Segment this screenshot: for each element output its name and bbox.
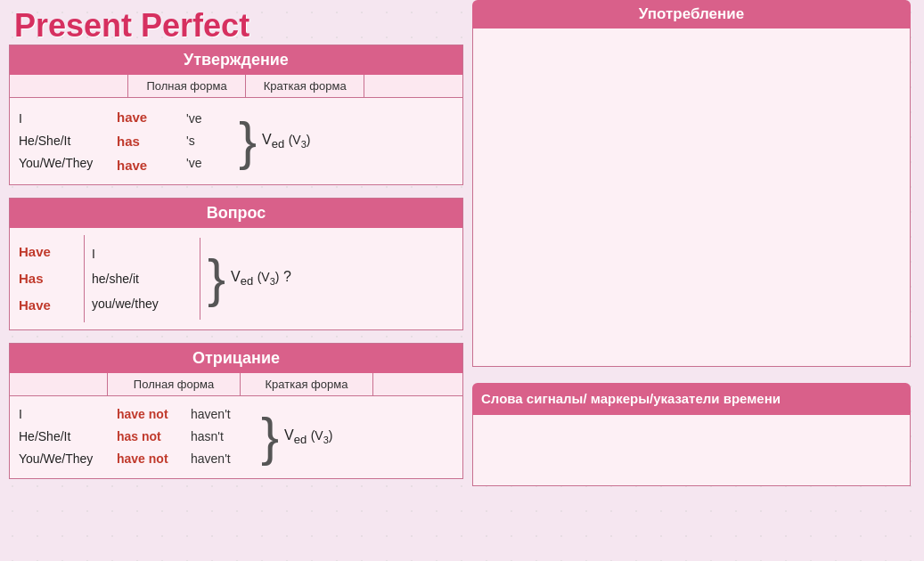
subject-youwethey: You/We/They xyxy=(19,152,111,175)
signal-body xyxy=(472,415,911,486)
usage-body xyxy=(472,28,911,367)
affirmative-full-forms: have has have xyxy=(111,105,183,177)
q-subject-i: I xyxy=(92,241,192,266)
neg-full-hasnot: has not xyxy=(117,426,187,448)
negation-subheader: Полная форма Краткая форма xyxy=(10,373,462,396)
neg-short-form-col-header: Краткая форма xyxy=(241,373,373,395)
neg-short-havent: haven't xyxy=(191,403,254,426)
affirmative-formula: } Ved (V3) xyxy=(239,115,310,168)
neg-subject-youwethey: You/We/They xyxy=(19,448,111,470)
neg-short-havent2: haven't xyxy=(191,448,254,470)
formula-col-header xyxy=(364,75,462,97)
neg-full-havenot2: have not xyxy=(117,448,187,470)
neg-subject-col-header xyxy=(10,373,108,395)
subject-hesheit: He/She/It xyxy=(19,130,111,152)
aux-have2: Have xyxy=(19,292,78,319)
neg-short-hasnt: hasn't xyxy=(191,426,254,448)
neg-bracket: } xyxy=(261,411,279,464)
signal-words-section: Слова сигналы/ маркеры/указатели времени xyxy=(472,383,911,561)
full-has: has xyxy=(117,129,183,153)
question-section: Вопрос Have Has Have I he/she/it you/we/… xyxy=(9,198,463,330)
negation-subjects: I He/She/It You/We/They xyxy=(13,403,111,471)
negation-short-forms: haven't hasn't haven't xyxy=(187,403,254,471)
short-form-col-header: Краткая форма xyxy=(246,75,364,97)
full-have2: have xyxy=(117,153,183,177)
q-bracket: } xyxy=(208,252,225,305)
usage-header: Употребление xyxy=(472,0,911,28)
question-formula: } Ved (V3) ? xyxy=(208,252,291,305)
q-subject-hesheit: he/she/it xyxy=(92,266,192,291)
affirmative-body: I He/She/It You/We/They have has have 'v… xyxy=(10,98,462,184)
question-subjects: I he/she/it you/we/they xyxy=(85,238,200,320)
negation-full-forms: have not has not have not xyxy=(111,403,187,471)
affirmative-subjects: I He/She/It You/We/They xyxy=(13,108,111,175)
short-ve1: 've xyxy=(186,108,232,130)
q-subject-youwethey: you/we/they xyxy=(92,291,192,316)
negation-header: Отрицание xyxy=(10,344,462,373)
aux-have: Have xyxy=(19,239,78,265)
formula-text: Ved (V3) xyxy=(262,132,310,150)
right-column: Употребление Слова сигналы/ маркеры/указ… xyxy=(472,0,918,561)
neg-subject-i: I xyxy=(19,403,111,426)
left-column: Утверждение Полная форма Краткая форма I… xyxy=(9,45,463,492)
question-aux-verbs: Have Has Have xyxy=(13,235,85,322)
neg-subject-hesheit: He/She/It xyxy=(19,426,111,448)
question-header: Вопрос xyxy=(10,199,462,228)
negation-formula: } Ved (V3) xyxy=(261,411,332,464)
negation-body: I He/She/It You/We/They have not has not… xyxy=(10,396,462,478)
neg-formula-col-header xyxy=(373,373,462,395)
neg-formula-text: Ved (V3) xyxy=(284,427,332,446)
usage-section: Употребление xyxy=(472,0,911,367)
left-bracket: } xyxy=(239,115,257,168)
affirmative-header: Утверждение xyxy=(10,45,462,75)
full-form-col-header: Полная форма xyxy=(128,75,247,97)
subject-i: I xyxy=(19,108,111,130)
negation-section: Отрицание Полная форма Краткая форма I H… xyxy=(9,343,463,479)
subject-col-header xyxy=(10,75,128,97)
affirmative-subheader: Полная форма Краткая форма xyxy=(10,75,462,98)
aux-has: Has xyxy=(19,265,78,292)
neg-full-havenot: have not xyxy=(117,403,187,426)
question-body: Have Has Have I he/she/it you/we/they } … xyxy=(10,228,462,329)
affirmative-short-forms: 've 's 've xyxy=(183,108,232,175)
neg-full-form-col-header: Полная форма xyxy=(108,373,241,395)
signal-header: Слова сигналы/ маркеры/указатели времени xyxy=(472,383,911,415)
short-s: 's xyxy=(186,130,232,152)
short-ve2: 've xyxy=(186,152,232,175)
q-formula-text: Ved (V3) ? xyxy=(231,269,291,288)
full-have: have xyxy=(117,105,183,129)
affirmative-section: Утверждение Полная форма Краткая форма I… xyxy=(9,45,463,185)
